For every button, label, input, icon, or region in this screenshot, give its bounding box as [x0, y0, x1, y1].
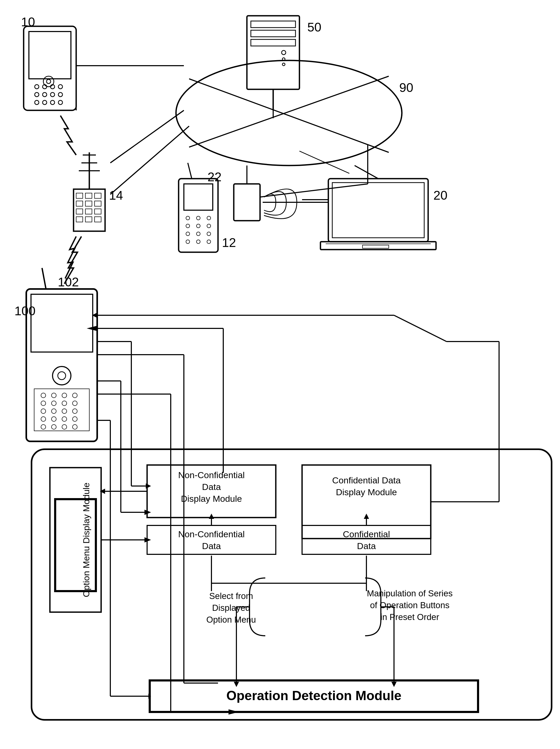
- svg-line-149: [260, 184, 368, 197]
- svg-rect-40: [85, 209, 92, 214]
- svg-rect-67: [363, 245, 389, 248]
- svg-point-88: [72, 409, 77, 413]
- label-10: 10: [21, 15, 35, 29]
- svg-point-55: [186, 232, 190, 236]
- svg-line-70: [354, 166, 378, 179]
- non-conf-display-label-2: Data: [202, 482, 221, 492]
- diagram-container: 90 50: [0, 0, 560, 749]
- svg-point-78: [51, 393, 56, 398]
- svg-rect-4: [251, 21, 296, 27]
- svg-line-154: [394, 315, 447, 342]
- svg-rect-6: [251, 39, 296, 46]
- svg-point-21: [58, 92, 63, 97]
- svg-point-17: [58, 85, 63, 89]
- svg-point-14: [35, 85, 39, 89]
- svg-point-79: [62, 393, 67, 398]
- svg-point-49: [186, 216, 190, 220]
- svg-rect-32: [73, 189, 105, 231]
- svg-point-92: [72, 417, 77, 421]
- svg-point-50: [196, 216, 200, 220]
- svg-rect-44: [94, 217, 101, 222]
- svg-line-45: [110, 110, 184, 163]
- svg-point-87: [62, 409, 67, 413]
- svg-point-75: [58, 372, 66, 380]
- svg-point-24: [50, 100, 55, 105]
- svg-point-54: [207, 224, 211, 228]
- svg-point-22: [35, 100, 39, 105]
- svg-rect-46: [179, 179, 218, 252]
- svg-rect-34: [85, 193, 92, 198]
- svg-rect-73: [31, 294, 93, 352]
- svg-rect-37: [85, 201, 92, 206]
- svg-point-23: [43, 100, 47, 105]
- svg-point-8: [282, 58, 285, 60]
- svg-rect-35: [94, 193, 101, 198]
- svg-line-47: [188, 163, 192, 179]
- svg-rect-43: [85, 217, 92, 222]
- conf-data-label-1: Confidential: [343, 529, 390, 539]
- select-option-label-1: Select from: [209, 591, 253, 601]
- select-option-label-2: Displayed: [212, 603, 250, 613]
- non-conf-data-label-1: Non-Confidential: [178, 529, 244, 539]
- manip-label-1: Manipulation of Series: [367, 588, 453, 598]
- svg-point-19: [43, 92, 47, 97]
- svg-point-86: [51, 409, 56, 413]
- svg-line-71: [42, 268, 46, 289]
- svg-point-96: [72, 425, 77, 429]
- svg-rect-5: [251, 30, 296, 37]
- svg-point-81: [41, 401, 46, 406]
- option-menu-display-module-label: Option Menu Display Module: [81, 483, 91, 597]
- svg-line-133: [299, 151, 349, 173]
- label-50: 50: [307, 20, 321, 34]
- svg-point-89: [41, 417, 46, 421]
- svg-marker-103: [87, 326, 97, 331]
- label-102: 102: [58, 275, 79, 289]
- svg-point-52: [186, 224, 190, 228]
- svg-rect-61: [234, 184, 260, 221]
- svg-point-20: [50, 92, 55, 97]
- svg-point-9: [282, 63, 285, 66]
- svg-point-57: [207, 232, 211, 236]
- svg-point-94: [51, 425, 56, 429]
- svg-point-80: [72, 393, 77, 398]
- svg-rect-42: [76, 217, 83, 222]
- svg-point-95: [62, 425, 67, 429]
- svg-point-74: [52, 366, 71, 385]
- svg-point-53: [196, 224, 200, 228]
- svg-point-85: [41, 409, 46, 413]
- svg-line-2: [189, 76, 389, 147]
- label-14: 14: [109, 188, 123, 202]
- svg-rect-63: [328, 179, 428, 242]
- svg-point-58: [186, 240, 190, 243]
- svg-rect-13: [29, 31, 71, 79]
- svg-rect-97: [31, 449, 552, 720]
- svg-point-7: [282, 50, 286, 55]
- non-conf-display-label-1: Non-Confidential: [178, 470, 244, 480]
- svg-point-91: [62, 417, 67, 421]
- svg-point-18: [35, 92, 39, 97]
- conf-display-label-1: Confidential Data: [332, 475, 401, 485]
- svg-marker-137: [146, 484, 151, 489]
- svg-line-132: [110, 126, 189, 194]
- svg-point-90: [51, 417, 56, 421]
- svg-marker-117: [364, 514, 369, 519]
- svg-marker-120: [234, 682, 239, 687]
- svg-point-93: [41, 425, 46, 429]
- svg-rect-38: [94, 201, 101, 206]
- svg-marker-131: [145, 537, 151, 542]
- conf-display-label-2: Display Module: [336, 487, 397, 497]
- select-option-label-3: Option Menu: [207, 615, 256, 624]
- svg-marker-113: [209, 514, 214, 519]
- svg-rect-3: [247, 16, 299, 89]
- svg-rect-33: [76, 193, 83, 198]
- svg-rect-48: [184, 184, 213, 210]
- label-100: 100: [15, 304, 36, 318]
- manip-label-3: in Preset Order: [380, 612, 439, 622]
- svg-point-60: [207, 240, 211, 243]
- svg-rect-39: [76, 209, 83, 214]
- svg-point-26: [43, 76, 54, 87]
- svg-point-27: [46, 79, 51, 84]
- label-20: 20: [433, 188, 447, 202]
- svg-marker-123: [391, 682, 396, 687]
- svg-point-83: [62, 401, 67, 406]
